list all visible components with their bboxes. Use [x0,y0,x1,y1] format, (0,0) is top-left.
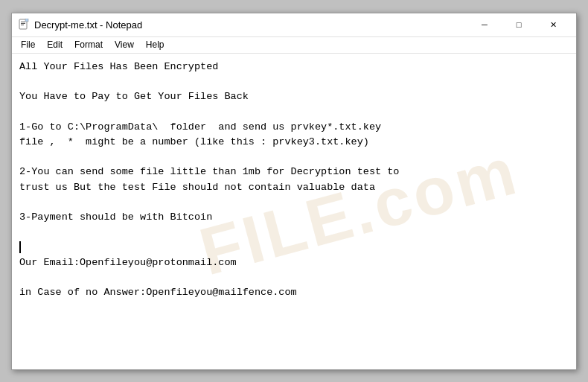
menu-view[interactable]: View [109,38,140,51]
maximize-button[interactable]: □ [502,13,536,36]
title-bar: Decrypt-me.txt - Notepad ─ □ ✕ [12,13,576,37]
menu-help[interactable]: Help [140,38,170,51]
menu-file[interactable]: File [15,38,41,51]
svg-rect-1 [21,22,25,22]
close-button[interactable]: ✕ [536,13,570,36]
notepad-window: Decrypt-me.txt - Notepad ─ □ ✕ File Edit… [11,13,577,370]
window-controls: ─ □ ✕ [467,13,570,36]
svg-rect-3 [21,25,24,25]
menu-edit[interactable]: Edit [41,38,68,51]
text-editor-area[interactable]: FILE.com All Your Files Has Been Encrypt… [12,54,576,369]
app-icon [18,19,30,31]
window-title: Decrypt-me.txt - Notepad [34,19,467,31]
svg-rect-4 [25,19,28,22]
menu-format[interactable]: Format [68,38,109,51]
menu-bar: File Edit Format View Help [12,37,576,54]
editor-content[interactable]: All Your Files Has Been Encrypted You Ha… [19,60,569,301]
text-cursor [19,241,21,253]
minimize-button[interactable]: ─ [467,13,502,36]
svg-rect-2 [21,23,25,24]
